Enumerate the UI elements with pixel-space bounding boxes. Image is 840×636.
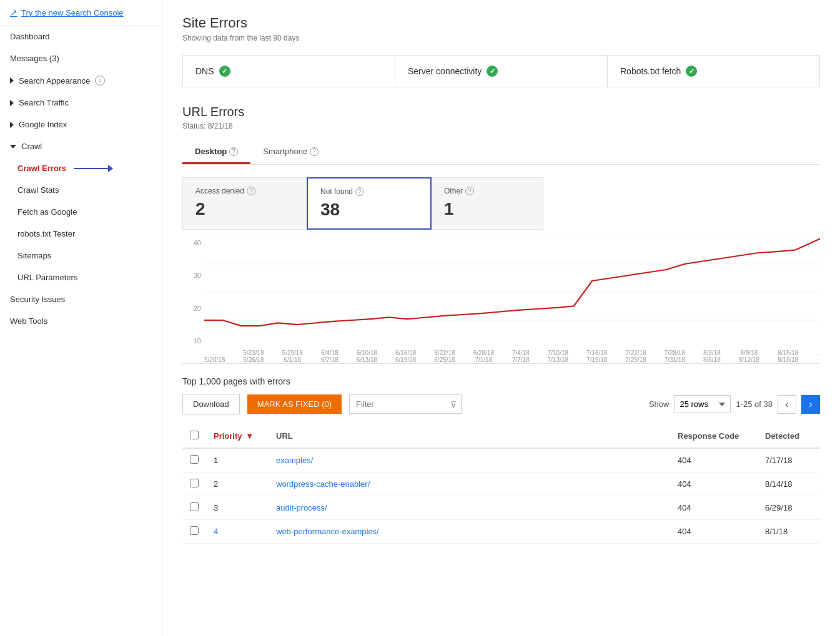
chart-x-label-17: .. xyxy=(816,350,820,363)
site-errors-box: DNS ✓ Server connectivity ✓ Robots.txt f… xyxy=(182,55,820,87)
filter-input[interactable] xyxy=(349,394,462,414)
main-content: Site Errors Showing data from the last 9… xyxy=(162,0,840,636)
try-new-search-console[interactable]: ↗ Try the new Search Console xyxy=(0,0,162,26)
sidebar-item-search-appearance[interactable]: Search Appearance i xyxy=(0,69,162,92)
table-row: 1 examples/ 404 7/17/18 xyxy=(182,448,820,472)
access-denied-help-icon[interactable]: ? xyxy=(247,187,255,195)
server-check-icon: ✓ xyxy=(487,66,498,77)
chart-y-label-40: 40 xyxy=(182,239,201,247)
site-error-server-connectivity: Server connectivity ✓ xyxy=(395,56,608,87)
other-value: 1 xyxy=(444,199,530,219)
sidebar-item-messages[interactable]: Messages (3) xyxy=(0,47,162,69)
data-table: Priority ▼ URL Response Code Detected xyxy=(182,424,820,544)
col-header-response-code: Response Code xyxy=(670,424,758,448)
tab-smartphone[interactable]: Smartphone ? xyxy=(250,140,331,164)
chart-y-label-30: 30 xyxy=(182,272,201,279)
row-checkbox-1[interactable] xyxy=(190,455,199,464)
chart-x-label-8: 6/28/187/1/18 xyxy=(473,350,494,363)
server-connectivity-label: Server connectivity xyxy=(408,66,482,76)
url-errors-tabs: Desktop ? Smartphone ? xyxy=(182,140,820,165)
url-errors-title: URL Errors xyxy=(182,105,820,119)
table-row: 3 audit-process/ 404 6/29/18 xyxy=(182,496,820,520)
select-all-checkbox[interactable] xyxy=(190,431,199,439)
sidebar-item-web-tools[interactable]: Web Tools xyxy=(0,310,162,332)
chart-x-label-4: 6/4/186/7/18 xyxy=(321,350,338,363)
desktop-help-icon[interactable]: ? xyxy=(229,147,238,156)
chart-container: 10 20 30 40 ..5/20/18 5/23/18 xyxy=(182,230,820,364)
row-checkbox-2[interactable] xyxy=(190,479,199,487)
chart-x-label-7: 6/22/186/25/18 xyxy=(434,350,455,363)
chart-x-label-2: 5/23/185/26/18 xyxy=(243,350,264,363)
rows-per-page-select[interactable]: 25 rows 10 rows 50 rows 100 rows xyxy=(674,395,731,413)
col-header-priority[interactable]: Priority ▼ xyxy=(206,424,269,448)
priority-sort-icon: ▼ xyxy=(245,431,254,441)
error-card-other[interactable]: Other ? 1 xyxy=(431,177,543,230)
sidebar-item-robots-txt-tester[interactable]: robots.txt Tester xyxy=(0,223,162,245)
row-url-2[interactable]: wordpress-cache-enabler/ xyxy=(276,479,370,489)
smartphone-help-icon[interactable]: ? xyxy=(310,147,319,156)
page-info: 1-25 of 38 xyxy=(736,399,773,409)
access-denied-value: 2 xyxy=(195,199,294,219)
sidebar-item-url-parameters[interactable]: URL Parameters xyxy=(0,267,162,288)
sidebar-item-google-index[interactable]: Google Index xyxy=(0,114,162,135)
chart-x-label-12: 7/22/187/25/18 xyxy=(625,350,646,363)
site-error-robots-txt: Robots.txt fetch ✓ xyxy=(608,56,819,87)
page-title: Site Errors xyxy=(182,15,820,31)
robots-txt-label: Robots.txt fetch xyxy=(620,66,681,76)
chart-line xyxy=(204,239,820,326)
sidebar-item-search-traffic[interactable]: Search Traffic xyxy=(0,92,162,114)
sidebar-item-dashboard[interactable]: Dashboard xyxy=(0,26,162,47)
chart-x-label-14: 8/3/188/6/18 xyxy=(703,350,721,363)
table-row: 2 wordpress-cache-enabler/ 404 8/14/18 xyxy=(182,472,820,496)
tab-desktop[interactable]: Desktop ? xyxy=(182,140,250,164)
row-priority-4[interactable]: 4 xyxy=(214,527,218,536)
table-right-controls: Show 25 rows 10 rows 50 rows 100 rows 1-… xyxy=(649,395,820,414)
robots-check-icon: ✓ xyxy=(686,66,697,77)
sidebar-item-crawl-stats[interactable]: Crawl Stats xyxy=(0,179,162,201)
row-checkbox-3[interactable] xyxy=(190,502,199,511)
row-url-3[interactable]: audit-process/ xyxy=(276,503,327,512)
chart-y-label-20: 20 xyxy=(182,305,201,312)
download-button[interactable]: Download xyxy=(182,394,240,414)
chart-x-label-13: 7/28/187/31/18 xyxy=(665,350,685,363)
chart-x-label-16: 8/15/188/18/18 xyxy=(778,350,798,363)
table-section: Top 1,000 pages with errors Download MAR… xyxy=(182,376,820,544)
error-cards: Access denied ? 2 Not found ? 38 Other ?… xyxy=(182,177,820,230)
chevron-right-icon xyxy=(10,122,14,128)
show-label: Show xyxy=(649,399,670,409)
sidebar: ↗ Try the new Search Console Dashboard M… xyxy=(0,0,162,636)
row-checkbox-4[interactable] xyxy=(190,526,199,535)
mark-as-fixed-button[interactable]: MARK AS FIXED (0) xyxy=(247,394,342,414)
row-url-1[interactable]: examples/ xyxy=(276,456,313,465)
error-card-access-denied[interactable]: Access denied ? 2 xyxy=(182,177,307,230)
not-found-help-icon[interactable]: ? xyxy=(355,187,364,196)
col-header-detected: Detected xyxy=(758,424,820,448)
dns-check-icon: ✓ xyxy=(219,66,230,77)
sidebar-item-security-issues[interactable]: Security Issues xyxy=(0,288,162,310)
sidebar-item-sitemaps[interactable]: Sitemaps xyxy=(0,245,162,267)
error-card-not-found[interactable]: Not found ? 38 xyxy=(307,177,432,230)
prev-page-button[interactable]: ‹ xyxy=(778,395,796,414)
chart-x-label-10: 7/10/187/13/18 xyxy=(548,350,568,363)
dns-label: DNS xyxy=(195,66,214,76)
chevron-right-icon xyxy=(10,100,14,106)
page-subtitle: Showing data from the last 90 days xyxy=(182,34,820,42)
url-errors-status: Status: 8/21/18 xyxy=(182,122,820,130)
chart-x-label-11: 7/16/187/19/18 xyxy=(586,350,607,363)
chart-x-label-3: 5/29/186/1/18 xyxy=(282,350,303,363)
other-help-icon[interactable]: ? xyxy=(465,187,474,195)
chart-x-label-6: 6/16/186/19/18 xyxy=(395,350,416,363)
sidebar-item-fetch-as-google[interactable]: Fetch as Google xyxy=(0,201,162,223)
col-header-check xyxy=(182,424,206,448)
sidebar-item-crawl[interactable]: Crawl xyxy=(0,135,162,157)
row-url-4[interactable]: web-performance-examples/ xyxy=(276,527,379,536)
table-row: 4 web-performance-examples/ 404 8/1/18 xyxy=(182,520,820,544)
site-error-dns: DNS ✓ xyxy=(183,56,395,87)
info-icon: i xyxy=(95,76,105,86)
sidebar-item-crawl-errors[interactable]: Crawl Errors xyxy=(0,157,162,179)
table-title: Top 1,000 pages with errors xyxy=(182,376,820,386)
next-page-button[interactable]: › xyxy=(801,395,820,414)
chart-x-label-15: 8/9/188/12/18 xyxy=(739,350,759,363)
chevron-right-icon xyxy=(10,77,14,84)
chart-y-label-10: 10 xyxy=(182,337,201,345)
